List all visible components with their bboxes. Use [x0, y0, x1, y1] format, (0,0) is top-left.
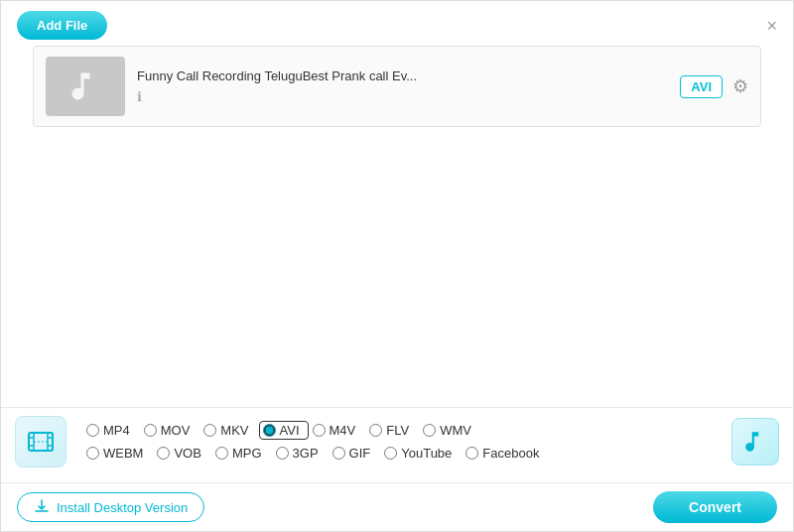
file-actions: AVI ⚙	[680, 75, 748, 98]
film-icon	[27, 428, 55, 456]
close-button[interactable]: ×	[766, 17, 777, 35]
format-option-vob[interactable]: VOB	[153, 444, 210, 463]
format-option-mkv[interactable]: MKV	[199, 421, 258, 440]
file-list-container: Funny Call Recording TeluguBest Prank ca…	[1, 46, 793, 137]
formats-container: MP4 MOV MKV AVI M4V FLV WM	[82, 421, 724, 463]
format-option-avi[interactable]: AVI	[259, 421, 309, 440]
format-option-mpg[interactable]: MPG	[211, 444, 272, 463]
format-option-wmv[interactable]: WMV	[419, 421, 481, 440]
format-panel: MP4 MOV MKV AVI M4V FLV WM	[1, 407, 793, 473]
svg-rect-0	[29, 433, 53, 451]
format-row-1: MP4 MOV MKV AVI M4V FLV WM	[82, 421, 724, 440]
format-row-2: WEBM VOB MPG 3GP GIF YouTube	[82, 444, 724, 463]
settings-button[interactable]: ⚙	[732, 75, 748, 97]
info-icon[interactable]: ℹ	[137, 89, 142, 104]
format-option-mp4[interactable]: MP4	[82, 421, 140, 440]
format-option-gif[interactable]: GIF	[329, 444, 381, 463]
format-row: MP4 MOV MKV AVI M4V FLV WM	[15, 416, 779, 467]
file-item: Funny Call Recording TeluguBest Prank ca…	[33, 46, 761, 127]
footer-bar: Install Desktop Version Convert	[1, 482, 793, 531]
install-desktop-button[interactable]: Install Desktop Version	[17, 492, 204, 522]
format-badge[interactable]: AVI	[680, 75, 723, 98]
format-option-facebook[interactable]: Facebook	[462, 444, 549, 463]
file-title: Funny Call Recording TeluguBest Prank ca…	[137, 68, 668, 83]
format-option-webm[interactable]: WEBM	[82, 444, 153, 463]
format-option-m4v[interactable]: M4V	[309, 421, 366, 440]
file-info: Funny Call Recording TeluguBest Prank ca…	[137, 68, 668, 105]
video-format-icon-box	[15, 416, 66, 467]
download-icon	[34, 499, 50, 515]
music-note-icon	[67, 68, 103, 104]
format-option-mov[interactable]: MOV	[140, 421, 200, 440]
top-bar: Add File ×	[1, 1, 793, 46]
main-content-area	[1, 137, 793, 405]
music-icon	[742, 429, 768, 455]
format-option-3gp[interactable]: 3GP	[272, 444, 329, 463]
format-option-youtube[interactable]: YouTube	[380, 444, 462, 463]
add-file-button[interactable]: Add File	[17, 11, 107, 40]
format-option-flv[interactable]: FLV	[365, 421, 419, 440]
install-label: Install Desktop Version	[57, 500, 188, 515]
convert-button[interactable]: Convert	[653, 491, 777, 523]
audio-format-icon-box	[731, 418, 779, 466]
file-thumbnail	[46, 57, 125, 116]
